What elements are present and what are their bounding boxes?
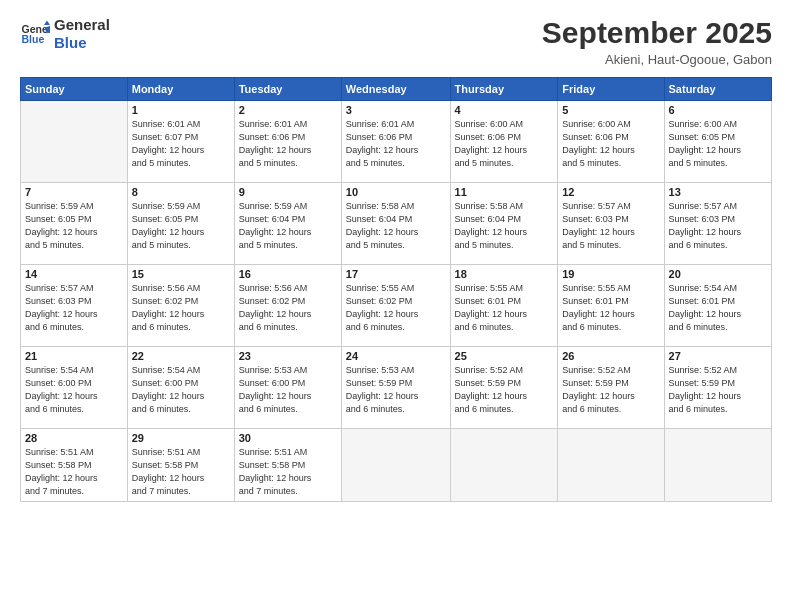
week-row-5: 28Sunrise: 5:51 AM Sunset: 5:58 PM Dayli… [21, 429, 772, 502]
title-block: September 2025 Akieni, Haut-Ogooue, Gabo… [542, 16, 772, 67]
day-cell: 10Sunrise: 5:58 AM Sunset: 6:04 PM Dayli… [341, 183, 450, 265]
day-number: 26 [562, 350, 659, 362]
day-info: Sunrise: 5:56 AM Sunset: 6:02 PM Dayligh… [239, 282, 337, 334]
day-cell: 28Sunrise: 5:51 AM Sunset: 5:58 PM Dayli… [21, 429, 128, 502]
day-cell: 11Sunrise: 5:58 AM Sunset: 6:04 PM Dayli… [450, 183, 558, 265]
day-cell: 6Sunrise: 6:00 AM Sunset: 6:05 PM Daylig… [664, 101, 771, 183]
day-number: 1 [132, 104, 230, 116]
day-info: Sunrise: 5:55 AM Sunset: 6:01 PM Dayligh… [455, 282, 554, 334]
header-row: SundayMondayTuesdayWednesdayThursdayFrid… [21, 78, 772, 101]
day-cell: 1Sunrise: 6:01 AM Sunset: 6:07 PM Daylig… [127, 101, 234, 183]
header-cell-monday: Monday [127, 78, 234, 101]
week-row-3: 14Sunrise: 5:57 AM Sunset: 6:03 PM Dayli… [21, 265, 772, 347]
day-number: 10 [346, 186, 446, 198]
day-number: 5 [562, 104, 659, 116]
svg-text:Blue: Blue [22, 33, 45, 45]
day-info: Sunrise: 6:01 AM Sunset: 6:06 PM Dayligh… [346, 118, 446, 170]
day-number: 15 [132, 268, 230, 280]
day-info: Sunrise: 6:00 AM Sunset: 6:06 PM Dayligh… [562, 118, 659, 170]
day-cell: 22Sunrise: 5:54 AM Sunset: 6:00 PM Dayli… [127, 347, 234, 429]
day-info: Sunrise: 5:54 AM Sunset: 6:01 PM Dayligh… [669, 282, 767, 334]
day-cell: 20Sunrise: 5:54 AM Sunset: 6:01 PM Dayli… [664, 265, 771, 347]
day-info: Sunrise: 5:58 AM Sunset: 6:04 PM Dayligh… [455, 200, 554, 252]
day-number: 30 [239, 432, 337, 444]
day-cell: 21Sunrise: 5:54 AM Sunset: 6:00 PM Dayli… [21, 347, 128, 429]
day-info: Sunrise: 5:54 AM Sunset: 6:00 PM Dayligh… [25, 364, 123, 416]
day-cell: 3Sunrise: 6:01 AM Sunset: 6:06 PM Daylig… [341, 101, 450, 183]
day-info: Sunrise: 5:59 AM Sunset: 6:04 PM Dayligh… [239, 200, 337, 252]
day-number: 11 [455, 186, 554, 198]
day-cell: 23Sunrise: 5:53 AM Sunset: 6:00 PM Dayli… [234, 347, 341, 429]
day-cell: 17Sunrise: 5:55 AM Sunset: 6:02 PM Dayli… [341, 265, 450, 347]
day-cell [341, 429, 450, 502]
day-info: Sunrise: 5:52 AM Sunset: 5:59 PM Dayligh… [562, 364, 659, 416]
day-number: 22 [132, 350, 230, 362]
day-cell: 7Sunrise: 5:59 AM Sunset: 6:05 PM Daylig… [21, 183, 128, 265]
day-number: 27 [669, 350, 767, 362]
day-info: Sunrise: 5:51 AM Sunset: 5:58 PM Dayligh… [239, 446, 337, 498]
day-info: Sunrise: 5:51 AM Sunset: 5:58 PM Dayligh… [25, 446, 123, 498]
day-number: 12 [562, 186, 659, 198]
header-cell-friday: Friday [558, 78, 664, 101]
day-number: 16 [239, 268, 337, 280]
day-cell: 24Sunrise: 5:53 AM Sunset: 5:59 PM Dayli… [341, 347, 450, 429]
day-cell: 16Sunrise: 5:56 AM Sunset: 6:02 PM Dayli… [234, 265, 341, 347]
day-cell: 2Sunrise: 6:01 AM Sunset: 6:06 PM Daylig… [234, 101, 341, 183]
header-cell-saturday: Saturday [664, 78, 771, 101]
day-number: 14 [25, 268, 123, 280]
header-cell-sunday: Sunday [21, 78, 128, 101]
day-cell [558, 429, 664, 502]
day-cell: 8Sunrise: 5:59 AM Sunset: 6:05 PM Daylig… [127, 183, 234, 265]
day-cell: 4Sunrise: 6:00 AM Sunset: 6:06 PM Daylig… [450, 101, 558, 183]
day-info: Sunrise: 5:56 AM Sunset: 6:02 PM Dayligh… [132, 282, 230, 334]
month-title: September 2025 [542, 16, 772, 50]
day-number: 18 [455, 268, 554, 280]
day-info: Sunrise: 5:57 AM Sunset: 6:03 PM Dayligh… [25, 282, 123, 334]
header-cell-thursday: Thursday [450, 78, 558, 101]
day-info: Sunrise: 6:00 AM Sunset: 6:05 PM Dayligh… [669, 118, 767, 170]
calendar-table: SundayMondayTuesdayWednesdayThursdayFrid… [20, 77, 772, 502]
day-number: 8 [132, 186, 230, 198]
day-info: Sunrise: 5:53 AM Sunset: 6:00 PM Dayligh… [239, 364, 337, 416]
header: General Blue General Blue September 2025… [20, 16, 772, 67]
page: General Blue General Blue September 2025… [0, 0, 792, 612]
logo-line1: General [54, 16, 110, 34]
day-info: Sunrise: 5:59 AM Sunset: 6:05 PM Dayligh… [132, 200, 230, 252]
day-info: Sunrise: 5:55 AM Sunset: 6:02 PM Dayligh… [346, 282, 446, 334]
day-info: Sunrise: 5:52 AM Sunset: 5:59 PM Dayligh… [669, 364, 767, 416]
subtitle: Akieni, Haut-Ogooue, Gabon [542, 52, 772, 67]
day-cell: 18Sunrise: 5:55 AM Sunset: 6:01 PM Dayli… [450, 265, 558, 347]
day-cell: 19Sunrise: 5:55 AM Sunset: 6:01 PM Dayli… [558, 265, 664, 347]
day-number: 19 [562, 268, 659, 280]
day-number: 9 [239, 186, 337, 198]
day-info: Sunrise: 6:01 AM Sunset: 6:06 PM Dayligh… [239, 118, 337, 170]
day-number: 24 [346, 350, 446, 362]
day-number: 3 [346, 104, 446, 116]
day-number: 2 [239, 104, 337, 116]
day-cell: 9Sunrise: 5:59 AM Sunset: 6:04 PM Daylig… [234, 183, 341, 265]
week-row-1: 1Sunrise: 6:01 AM Sunset: 6:07 PM Daylig… [21, 101, 772, 183]
logo-line2: Blue [54, 34, 110, 52]
day-number: 25 [455, 350, 554, 362]
week-row-4: 21Sunrise: 5:54 AM Sunset: 6:00 PM Dayli… [21, 347, 772, 429]
day-number: 20 [669, 268, 767, 280]
day-info: Sunrise: 5:58 AM Sunset: 6:04 PM Dayligh… [346, 200, 446, 252]
day-info: Sunrise: 5:55 AM Sunset: 6:01 PM Dayligh… [562, 282, 659, 334]
day-number: 13 [669, 186, 767, 198]
day-cell: 25Sunrise: 5:52 AM Sunset: 5:59 PM Dayli… [450, 347, 558, 429]
day-cell [450, 429, 558, 502]
day-info: Sunrise: 5:59 AM Sunset: 6:05 PM Dayligh… [25, 200, 123, 252]
day-cell: 13Sunrise: 5:57 AM Sunset: 6:03 PM Dayli… [664, 183, 771, 265]
day-cell [21, 101, 128, 183]
day-info: Sunrise: 5:57 AM Sunset: 6:03 PM Dayligh… [669, 200, 767, 252]
day-number: 17 [346, 268, 446, 280]
day-cell: 5Sunrise: 6:00 AM Sunset: 6:06 PM Daylig… [558, 101, 664, 183]
day-number: 29 [132, 432, 230, 444]
week-row-2: 7Sunrise: 5:59 AM Sunset: 6:05 PM Daylig… [21, 183, 772, 265]
day-cell: 30Sunrise: 5:51 AM Sunset: 5:58 PM Dayli… [234, 429, 341, 502]
day-number: 21 [25, 350, 123, 362]
day-number: 23 [239, 350, 337, 362]
day-info: Sunrise: 5:51 AM Sunset: 5:58 PM Dayligh… [132, 446, 230, 498]
header-cell-wednesday: Wednesday [341, 78, 450, 101]
day-cell: 15Sunrise: 5:56 AM Sunset: 6:02 PM Dayli… [127, 265, 234, 347]
